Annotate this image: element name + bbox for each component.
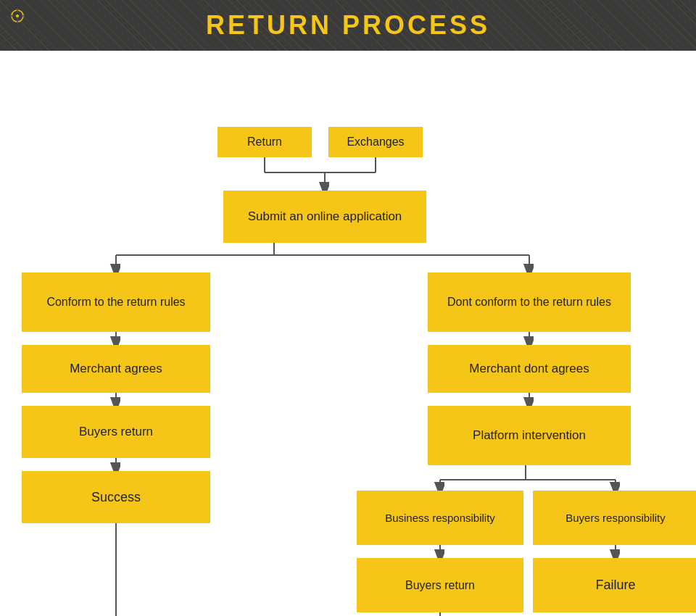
platform-box: Platform intervention <box>428 406 631 465</box>
dont-conform-box: Dont conform to the return rules <box>428 272 631 332</box>
page-header: RETURN PROCESS <box>0 0 696 51</box>
buyers-resp-box: Buyers responsibility <box>533 491 696 545</box>
crosshair-icon <box>9 7 26 25</box>
return-box: Return <box>218 127 312 157</box>
submit-box: Submit an online application <box>223 191 426 243</box>
merchant-agrees-box: Merchant agrees <box>22 345 210 393</box>
svg-point-5 <box>16 14 19 17</box>
merchant-dont-box: Merchant dont agrees <box>428 345 631 393</box>
business-resp-box: Business responsibility <box>357 491 523 545</box>
flowchart-container: Return Exchanges Submit an online applic… <box>0 51 696 616</box>
failure-box: Failure <box>533 558 696 612</box>
buyers-return-left-box: Buyers return <box>22 406 210 458</box>
buyers-return-right-box: Buyers return <box>357 558 523 612</box>
conform-box: Conform to the return rules <box>22 272 210 332</box>
exchanges-box: Exchanges <box>328 127 423 157</box>
success-box: Success <box>22 471 210 523</box>
